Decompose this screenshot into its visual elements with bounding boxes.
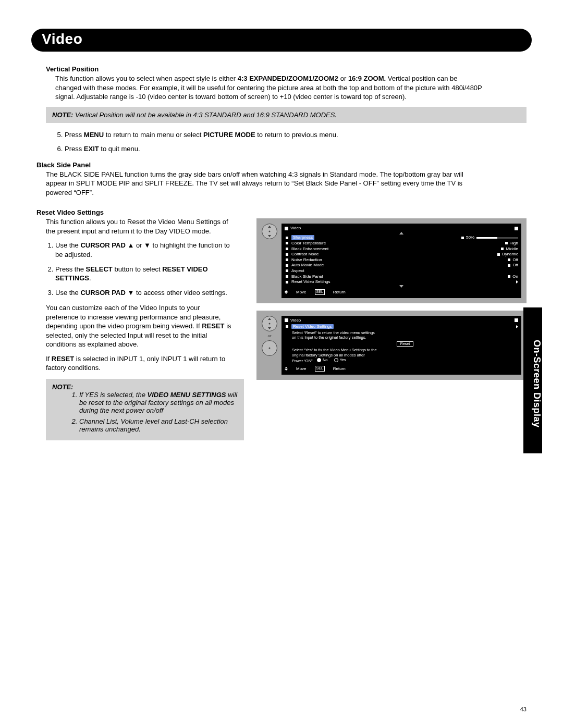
menu-icon xyxy=(285,318,288,322)
osd1-title: Video xyxy=(290,226,301,231)
or-label: or xyxy=(267,334,271,338)
val-bullet-icon xyxy=(508,258,510,261)
row-bullet-icon xyxy=(286,264,288,267)
row-bullet-icon xyxy=(286,275,288,278)
updown-icon xyxy=(285,367,288,371)
row-bullet-icon xyxy=(286,253,288,256)
row-bullet-icon xyxy=(286,258,288,261)
vp-text: This function allows you to select when … xyxy=(55,75,238,82)
reset-video-intro: This function allows you to Reset the Vi… xyxy=(46,217,234,236)
page-title-bar: Video xyxy=(31,29,532,52)
note2-item2: Channel List, Volume level and Last-CH s… xyxy=(79,417,238,433)
osd1-row-label: Black Side Panel xyxy=(291,274,323,279)
arrow-right-icon xyxy=(516,280,518,283)
menu-icon xyxy=(515,318,518,322)
osd1-row: Black Side PanelOn xyxy=(286,274,518,279)
rv-para2: You can customize each of the Video Inpu… xyxy=(46,303,234,349)
osd1-row: Contrast ModeDynamic xyxy=(286,252,518,257)
note-text: Vertical Position will not be available … xyxy=(73,111,337,119)
note-box-1: NOTE: Vertical Position will not be avai… xyxy=(46,107,527,123)
vp-bold2: 16:9 ZOOM. xyxy=(348,75,386,82)
osd1-row-label: Noise Reduction xyxy=(291,257,322,263)
footer-return: Return xyxy=(333,290,346,295)
osd-screenshot-1: Video Sharpness50%Color TemperatureHighB… xyxy=(256,218,527,303)
sel-icon: SEL xyxy=(315,289,325,294)
osd1-row-label: Aspect xyxy=(291,268,304,274)
section-tab: On-Screen Display xyxy=(523,307,542,453)
osd-screenshot-2: or Video Reset Video Settings xyxy=(256,311,527,380)
rv-step-1: Use the CURSOR PAD ▲ or ▼ to highlight t… xyxy=(55,241,232,259)
rv-step-2: Press the SELECT button to select RESET … xyxy=(55,265,232,283)
footer-return: Return xyxy=(333,366,346,372)
note2-label: NOTE: xyxy=(52,383,73,391)
osd1-row-value: Off xyxy=(512,257,518,263)
vp-bold1: 4:3 EXPANDED/ZOOM1/ZOOM2 xyxy=(238,75,338,82)
black-side-panel-heading: Black Side Panel xyxy=(36,161,527,169)
osd1-footer: Move SEL Return xyxy=(285,289,518,294)
row-bullet-icon xyxy=(286,248,288,250)
osd-reset-button: Reset xyxy=(397,341,413,347)
vertical-position-body: This function allows you to select when … xyxy=(55,74,483,102)
vp-text: or xyxy=(338,75,348,82)
steps-5-6: Press MENU to return to main menu or sel… xyxy=(55,130,527,154)
scroll-down-icon xyxy=(399,285,403,288)
dpad-icon xyxy=(262,340,277,356)
footer-move: Move xyxy=(296,290,307,295)
osd1-row-value: On xyxy=(512,274,518,279)
osd2-text: Select “Reset” to return the video menu … xyxy=(285,329,518,364)
content-body: Vertical Position This function allows y… xyxy=(31,52,532,447)
scroll-up-icon xyxy=(399,232,403,235)
val-bullet-icon xyxy=(501,248,504,250)
osd1-row: Color TemperatureHigh xyxy=(286,241,518,246)
left-column: This function allows you to Reset the Vi… xyxy=(46,216,244,447)
rv-para3: If RESET is selected in INPUT 1, only IN… xyxy=(46,354,234,373)
step-6: Press EXIT to quit menu. xyxy=(65,144,482,154)
vertical-position-heading: Vertical Position xyxy=(46,65,527,73)
val-bullet-icon xyxy=(497,253,500,256)
menu-icon xyxy=(285,227,288,230)
dpad-icon xyxy=(262,224,277,239)
val-bullet-icon xyxy=(508,264,510,267)
sel-icon: SEL xyxy=(315,366,325,371)
manual-page: Video Vertical Position This function al… xyxy=(0,0,563,728)
val-bullet-icon xyxy=(505,242,508,244)
val-bullet-icon xyxy=(508,275,510,278)
osd1-row-value: High xyxy=(510,241,518,246)
dpad-icon-group: or xyxy=(262,316,277,356)
osd1-row-value: 50% xyxy=(466,235,474,240)
osd1-row-label: Auto Movie Mode xyxy=(291,263,324,268)
reset-video-heading: Reset Video Settings xyxy=(36,208,527,216)
osd1-row-value: Dynamic xyxy=(502,252,518,257)
osd1-row: Reset Video Settings xyxy=(286,279,518,285)
dpad-icon xyxy=(262,316,277,331)
page-title: Video xyxy=(42,31,82,47)
note-label: NOTE: xyxy=(52,111,73,119)
arrow-right-icon xyxy=(516,325,518,328)
osd1-row-label: Reset Video Settings xyxy=(291,279,331,285)
note2-list: If YES is selected, the VIDEO MENU SETTI… xyxy=(79,391,238,433)
osd1-row: Black EnhancementMiddle xyxy=(286,246,518,252)
radio-no: No xyxy=(317,357,328,362)
osd1-row-value: Middle xyxy=(506,246,518,252)
reset-video-steps: Use the CURSOR PAD ▲ or ▼ to highlight t… xyxy=(46,241,244,297)
osd-menu-2: Video Reset Video Settings Select “Reset… xyxy=(282,316,521,375)
osd1-row-label: Black Enhancement xyxy=(291,246,328,252)
row-bullet-icon xyxy=(286,237,288,239)
osd-menu-1: Video Sharpness50%Color TemperatureHighB… xyxy=(282,224,521,298)
osd1-row: Sharpness50% xyxy=(286,235,518,241)
footer-move: Move xyxy=(296,366,307,372)
dpad-icon-group xyxy=(262,224,277,239)
black-side-panel-body: The BLACK SIDE PANEL function turns the … xyxy=(46,170,473,198)
osd1-row: Aspect xyxy=(286,268,518,274)
page-number: 43 xyxy=(520,706,527,712)
step-5: Press MENU to return to main menu or sel… xyxy=(65,130,482,140)
right-column: Video Sharpness50%Color TemperatureHighB… xyxy=(256,216,527,387)
osd2-footer: Move SEL Return xyxy=(285,366,518,371)
osd2-title: Video xyxy=(290,318,301,323)
radio-yes: Yes xyxy=(334,357,346,362)
row-bullet-icon xyxy=(286,242,288,244)
row-bullet-icon xyxy=(286,269,288,272)
osd1-row-label: Color Temperature xyxy=(291,241,326,246)
osd1-row-label: Sharpness xyxy=(291,235,314,240)
row-bullet-icon xyxy=(286,325,288,328)
